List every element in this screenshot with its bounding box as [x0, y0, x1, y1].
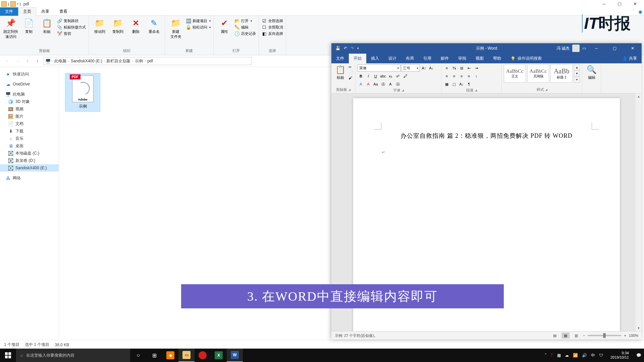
tray-app-icon[interactable]: ▦	[557, 353, 561, 358]
ribbon-display-icon[interactable]: ▭	[582, 46, 586, 51]
history-button[interactable]: 🕓历史记录	[234, 31, 256, 36]
editing-button[interactable]: 🔍 编辑	[585, 64, 599, 87]
nav-quick-access[interactable]: ★快速访问	[0, 70, 59, 78]
new-item-button[interactable]: 🆕新建项目▾	[186, 18, 211, 23]
format-painter-icon[interactable]: 🖌	[348, 76, 353, 80]
style-scroll-down[interactable]: ▼	[574, 70, 580, 76]
breadcrumb[interactable]: 示例	[134, 58, 144, 64]
dialog-launcher-icon[interactable]: ◢	[475, 89, 477, 92]
tab-home[interactable]: 主页	[18, 7, 36, 16]
grow-font-icon[interactable]: A↑	[421, 65, 427, 71]
document-heading[interactable]: 办公室自救指南 篇 2：稳准狠，两招免费解决 PDF 转 WORD	[382, 132, 591, 140]
select-all-button[interactable]: ☑全部选择	[262, 18, 283, 23]
taskbar-clock[interactable]: 9:34 2019/10/11	[607, 351, 632, 360]
select-none-button[interactable]: ☐全部取消	[262, 24, 283, 30]
tray-ime-icon[interactable]: 中	[591, 353, 595, 358]
nav-pictures[interactable]: 🖼️图片	[0, 113, 59, 120]
cut-icon[interactable]: ✂	[348, 65, 353, 69]
invert-selection-button[interactable]: ◧反向选择	[262, 31, 283, 36]
taskbar-app-1[interactable]: ◆	[162, 349, 178, 362]
word-tab-view[interactable]: 视图	[471, 54, 488, 63]
cortana-icon[interactable]: ○	[130, 349, 146, 362]
help-icon[interactable]: ◉	[636, 8, 644, 15]
nav-desktop[interactable]: 🖥桌面	[0, 142, 59, 149]
copy-to-button[interactable]: 📁复制到	[110, 17, 126, 34]
highlight-button[interactable]: A	[358, 81, 364, 87]
breadcrumb[interactable]: 新栏目企划案	[106, 58, 131, 64]
qat-dropdown-icon[interactable]: ▾	[17, 2, 18, 5]
zoom-thumb[interactable]	[603, 333, 606, 338]
taskbar-explorer[interactable]: ▭	[178, 349, 195, 362]
word-tab-references[interactable]: 引用	[419, 54, 436, 63]
strike-button[interactable]: abc	[380, 73, 386, 79]
properties-button[interactable]: ✔属性	[216, 17, 232, 34]
multilevel-button[interactable]: ⊟	[458, 65, 465, 71]
underline-button[interactable]: U	[372, 73, 379, 79]
copy-button[interactable]: 📄复制	[21, 17, 37, 34]
shrink-font-icon[interactable]: A↓	[428, 65, 435, 71]
char-border-icon[interactable]: A	[387, 81, 394, 87]
decrease-indent-button[interactable]: ⇤	[466, 65, 472, 71]
change-case-button[interactable]: Aa	[372, 81, 379, 87]
cut-button[interactable]: ✂️剪切	[57, 31, 86, 36]
increase-indent-button[interactable]: ⇥	[473, 65, 480, 71]
task-view-icon[interactable]: ⊞	[146, 349, 162, 362]
nav-this-pc[interactable]: 🖥️此电脑	[0, 90, 59, 98]
ribbon-collapse-icon[interactable]: ˇ	[631, 8, 636, 16]
paste-button[interactable]: 📋 粘贴	[333, 64, 347, 87]
clear-format-icon[interactable]: Ⓐ	[394, 81, 401, 87]
nav-back-button[interactable]: ←	[3, 57, 11, 65]
qat-dropdown-icon[interactable]: ▾	[357, 47, 359, 50]
tab-share[interactable]: 共享	[36, 7, 54, 16]
style-heading1[interactable]: AaBb标题 1	[550, 64, 573, 82]
breadcrumb[interactable]: pdf	[147, 59, 154, 63]
dialog-launcher-icon[interactable]: ◢	[402, 89, 404, 92]
word-tab-layout[interactable]: 布局	[401, 54, 419, 63]
tray-app-icon[interactable]: T	[551, 353, 553, 358]
share-button[interactable]: 👤共享	[618, 54, 642, 63]
tray-wifi-icon[interactable]: 📶	[573, 353, 578, 358]
nav-documents[interactable]: 📄文档	[0, 120, 59, 127]
shading-button[interactable]: ▦	[443, 81, 450, 87]
italic-button[interactable]: I	[365, 73, 372, 79]
subscript-button[interactable]: x₂	[387, 73, 394, 79]
address-bar[interactable]: 🖥️ › 此电脑› SandiskX400 (E:)› 新栏目企划案› 示例› …	[44, 57, 252, 65]
edit-button[interactable]: ✏️编辑	[234, 24, 256, 30]
borders-button[interactable]: ▢	[451, 81, 458, 87]
nav-onedrive[interactable]: ☁OneDrive	[0, 80, 59, 88]
undo-icon[interactable]: ↶	[344, 46, 347, 51]
superscript-button[interactable]: x²	[394, 73, 401, 79]
nav-3d-objects[interactable]: 🧊3D 对象	[0, 98, 59, 105]
nav-music[interactable]: ♪音乐	[0, 135, 59, 142]
read-mode-icon[interactable]: ▤	[551, 333, 559, 339]
word-tab-help[interactable]: 帮助	[488, 54, 506, 63]
align-right-button[interactable]: ≡	[458, 73, 465, 79]
nav-disk-d[interactable]: 💽新加卷 (D:)	[0, 157, 59, 164]
dialog-launcher-icon[interactable]: ◢	[348, 88, 351, 91]
avatar[interactable]	[572, 45, 580, 52]
nav-videos[interactable]: 🎞️视频	[0, 105, 59, 113]
word-tab-home[interactable]: 开始	[349, 54, 366, 63]
word-tab-design[interactable]: 设计	[384, 54, 401, 63]
taskbar-record[interactable]	[195, 349, 211, 362]
new-folder-button[interactable]: 📁新建 文件夹	[168, 17, 184, 39]
align-left-button[interactable]: ≡	[443, 73, 450, 79]
action-center-icon[interactable]: 💬	[636, 353, 641, 358]
word-scrollbar[interactable]: ▲ ▼	[636, 94, 642, 331]
tray-defender-icon[interactable]: 🛡	[599, 353, 603, 358]
nav-recent-icon[interactable]: ▾	[23, 57, 32, 65]
nav-downloads[interactable]: ⬇下载	[0, 127, 59, 135]
taskbar-word[interactable]: W	[227, 349, 243, 362]
text-effects-icon[interactable]: 🖍	[402, 73, 409, 79]
word-maximize-button[interactable]: ▢	[607, 43, 622, 53]
tray-chevron-icon[interactable]: ˄	[545, 353, 547, 358]
numbering-button[interactable]: ⅓	[451, 65, 458, 71]
nav-disk-e[interactable]: 💽SandiskX400 (E:)	[0, 164, 59, 172]
zoom-out-button[interactable]: −	[583, 334, 585, 338]
delete-button[interactable]: ✕删除	[128, 17, 144, 34]
paste-button[interactable]: 📋粘贴	[39, 17, 55, 34]
taskbar-search[interactable]: ⌕ 在这里输入你要搜索的内容	[16, 349, 130, 362]
close-button[interactable]: ✕	[627, 0, 643, 8]
zoom-slider[interactable]	[588, 335, 621, 336]
open-button[interactable]: 📂打开▾	[234, 18, 256, 23]
